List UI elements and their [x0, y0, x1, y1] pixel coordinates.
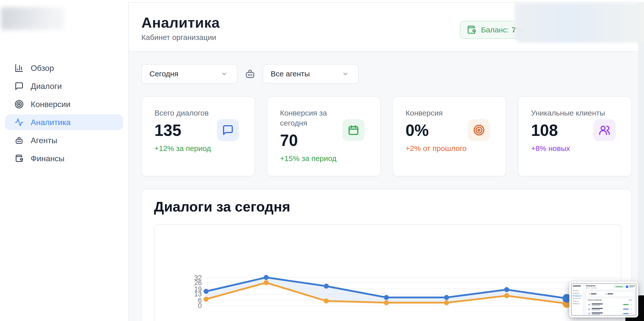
sidebar-item-label: Обзор	[31, 64, 54, 73]
mini-header: Конверсии Кабинет организации	[583, 284, 636, 290]
stat-label: Уникальные клиенты	[531, 108, 607, 118]
mini-conversions-page: Обзор Диалоги Конверсии Аналитика Агенты…	[571, 284, 636, 315]
period-select[interactable]: Сегодня	[141, 64, 237, 84]
mini-list-row	[587, 307, 632, 311]
sidebar-item-analytics[interactable]: Аналитика	[5, 115, 123, 130]
stat-cards-row: Всего диалогов 135 +12% за период Конвер…	[141, 96, 632, 176]
period-select-value: Сегодня	[149, 70, 178, 78]
screenshot-preview-thumbnail[interactable]: Обзор Диалоги Конверсии Аналитика Агенты…	[569, 282, 638, 317]
mini-row-icon	[588, 312, 590, 315]
mini-user-name	[629, 286, 635, 288]
bot-icon	[15, 136, 24, 145]
line-chart-canvas: 3226191360	[154, 225, 621, 321]
users-icon	[593, 119, 616, 141]
mini-row-icon	[588, 303, 590, 306]
privacy-blur-overlay	[515, 3, 644, 43]
filters-row: Сегодня Все агенты	[141, 64, 359, 84]
mini-page-subtitle: Кабинет организации	[586, 287, 597, 289]
mini-logo	[573, 285, 581, 287]
sidebar-item-label: Конверсии	[31, 100, 70, 109]
sidebar-nav: Обзор Диалоги Конверсии Аналитика	[5, 60, 123, 169]
target-icon	[15, 100, 24, 109]
mini-status-badge	[622, 304, 630, 306]
mini-filters	[586, 291, 634, 297]
wallet-icon	[573, 303, 574, 304]
mini-balance-badge	[614, 285, 624, 288]
stat-card-conversion-today: Конверсия за сегодня 70 +15% за период	[267, 96, 381, 176]
stat-card-unique-clients: Уникальные клиенты 108 +8% новых	[518, 96, 632, 176]
sidebar-item-label: Диалоги	[31, 82, 62, 91]
stat-delta: +2% от прошлого	[406, 144, 506, 153]
mini-nav-dialogs: Диалоги	[572, 292, 582, 294]
chart-title: Диалоги за сегодня	[154, 198, 290, 215]
bot-icon	[245, 68, 256, 79]
sidebar-item-label: Финансы	[31, 154, 64, 163]
mini-nav-analytics: Аналитика	[572, 297, 582, 300]
mini-list-row	[587, 302, 632, 306]
chat-icon	[15, 82, 24, 91]
mini-nav-conversions: Конверсии	[572, 295, 582, 297]
sidebar-item-dialogs[interactable]: Диалоги	[5, 78, 123, 94]
sidebar: Обзор Диалоги Конверсии Аналитика	[0, 2, 129, 321]
stat-delta: +12% за период	[154, 144, 255, 153]
mini-status-badge	[622, 308, 630, 310]
mini-conversions-list: Список конверсий	[586, 298, 634, 315]
org-logo-blurred	[1, 7, 64, 30]
mini-sidebar: Обзор Диалоги Конверсии Аналитика Агенты…	[572, 284, 583, 315]
stat-value: 108	[531, 122, 631, 139]
sidebar-item-label: Агенты	[31, 136, 57, 145]
stat-card-conversion: Конверсия 0% +2% от прошлого	[392, 96, 506, 176]
page-subtitle: Кабинет организации	[141, 33, 216, 42]
mini-agents-select	[606, 293, 615, 294]
mini-nav-overview: Обзор	[572, 289, 582, 292]
mini-nav-finance: Финансы	[572, 303, 582, 305]
svg-text:0: 0	[198, 302, 202, 309]
sidebar-item-overview[interactable]: Обзор	[5, 60, 123, 76]
mini-list-count	[629, 300, 632, 300]
agents-filter-icon-wrap	[237, 68, 263, 79]
activity-icon	[15, 118, 24, 127]
mini-page-title: Конверсии	[586, 285, 595, 287]
target-icon	[468, 119, 490, 141]
activity-icon	[573, 298, 574, 299]
sidebar-item-finance[interactable]: Финансы	[5, 151, 123, 166]
agents-select-value: Все агенты	[271, 70, 310, 78]
bar-chart-icon	[15, 64, 24, 73]
agents-select[interactable]: Все агенты	[263, 64, 359, 84]
stat-delta: +15% за период	[280, 154, 380, 163]
target-icon	[573, 295, 574, 296]
mini-list-title: Список конверсий	[588, 299, 601, 301]
sidebar-item-conversions[interactable]: Конверсии	[5, 96, 123, 112]
mini-avatar	[626, 285, 628, 288]
calendar-icon	[342, 119, 365, 141]
sidebar-item-agents[interactable]: Агенты	[5, 133, 123, 148]
dialogs-line-chart: 3226191360	[154, 224, 621, 321]
mini-row-icon	[588, 308, 590, 310]
page-title: Аналитика	[141, 14, 220, 31]
mini-list-row	[587, 311, 632, 315]
balance-label: Баланс:	[481, 26, 509, 34]
chat-icon	[573, 293, 574, 294]
wallet-icon	[15, 154, 24, 163]
analytics-dashboard: Обзор Диалоги Конверсии Аналитика	[0, 0, 644, 321]
chat-icon	[217, 119, 239, 141]
mini-period-select	[589, 293, 599, 294]
chevron-down-icon	[342, 71, 349, 77]
stat-value: 135	[154, 122, 255, 139]
wallet-icon	[466, 25, 476, 35]
mini-nav-agents: Агенты	[572, 300, 582, 302]
bar-chart-icon	[573, 290, 574, 291]
sidebar-item-label: Аналитика	[31, 118, 70, 127]
mini-status-badge	[622, 313, 630, 315]
scrollbar[interactable]	[638, 2, 644, 321]
stat-value: 0%	[406, 122, 506, 139]
stat-value: 70	[280, 132, 380, 149]
bot-icon	[573, 301, 574, 302]
chevron-down-icon	[221, 71, 227, 77]
stat-card-total-dialogs: Всего диалогов 135 +12% за период	[141, 96, 255, 176]
stat-label: Всего диалогов	[154, 108, 230, 118]
mini-main: Конверсии Кабинет организации Список кон…	[583, 284, 636, 315]
stat-delta: +8% новых	[531, 144, 631, 153]
stat-label: Конверсия	[406, 108, 481, 118]
